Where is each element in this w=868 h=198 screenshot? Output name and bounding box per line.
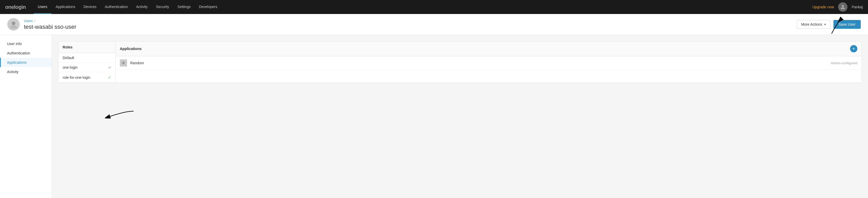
app-icon-random [120, 60, 127, 67]
breadcrumb-area: Users / test-wasabi sso-user [24, 18, 76, 30]
nav-settings[interactable]: Settings [173, 0, 195, 14]
svg-point-0 [842, 5, 844, 7]
svg-point-3 [123, 62, 124, 64]
svg-point-1 [12, 22, 16, 25]
sidebar-item-user-info[interactable]: User Info [0, 39, 52, 48]
panels-container: Roles Default one-login ⇄ role-for-one-l… [58, 41, 862, 83]
app-name-random: Random [130, 61, 828, 65]
role-name-role-for-one-login: role-for-one-login [63, 75, 108, 80]
applications-panel-header: Applications + [116, 41, 862, 56]
user-avatar-icon [840, 4, 846, 10]
upgrade-link[interactable]: Upgrade now [812, 5, 834, 9]
logo-text: onelogin [5, 4, 26, 10]
app-item-random: Random Admin-configured [116, 56, 862, 70]
random-app-icon [121, 61, 126, 65]
sidebar-item-authentication[interactable]: Authentication [0, 48, 52, 58]
app-config-random: Admin-configured [831, 61, 857, 65]
sidebar-item-applications[interactable]: Applications [0, 58, 52, 67]
role-item-one-login[interactable]: one-login ⇄ [59, 63, 115, 72]
page-title: test-wasabi sso-user [24, 24, 76, 30]
user-avatar-large [7, 18, 20, 31]
nav-applications[interactable]: Applications [52, 0, 80, 14]
top-navigation: onelogin Users Applications Devices Auth… [0, 0, 868, 14]
role-name-default: Default [63, 56, 111, 60]
sidebar: User Info Authentication Applications Ac… [0, 35, 52, 198]
roles-panel: Roles Default one-login ⇄ role-for-one-l… [59, 41, 116, 83]
page-header-left: Users / test-wasabi sso-user [7, 18, 76, 31]
more-actions-button[interactable]: More Actions [797, 20, 830, 29]
breadcrumb-users-link[interactable]: Users [24, 19, 33, 23]
username-label: Pankaj [851, 5, 863, 9]
content-area: Roles Default one-login ⇄ role-for-one-l… [52, 35, 868, 198]
sidebar-item-activity[interactable]: Activity [0, 67, 52, 76]
applications-panel: Applications + Random Admin-configured [116, 41, 862, 83]
breadcrumb-separator: / [34, 19, 35, 23]
user-icon [9, 20, 18, 29]
role-item-default[interactable]: Default [59, 53, 115, 63]
check-icon: ✓ [108, 75, 111, 80]
roles-panel-header: Roles [59, 41, 115, 53]
role-for-one-login-icons: ✓ [108, 75, 111, 80]
save-user-button[interactable]: Save User [833, 20, 861, 29]
transfer-icon: ⇄ [108, 65, 111, 70]
nav-devices[interactable]: Devices [79, 0, 100, 14]
nav-users[interactable]: Users [33, 0, 52, 14]
topnav-right-section: Upgrade now Pankaj [812, 2, 863, 12]
applications-panel-title: Applications [120, 47, 142, 51]
nav-security[interactable]: Security [152, 0, 173, 14]
nav-developers[interactable]: Developers [195, 0, 221, 14]
nav-links: Users Applications Devices Authenticatio… [33, 0, 812, 14]
breadcrumb: Users / [24, 18, 76, 23]
arrow-annotation-role [105, 109, 136, 122]
onelogin-logo[interactable]: onelogin [5, 4, 26, 10]
nav-activity[interactable]: Activity [132, 0, 152, 14]
page-header: Users / test-wasabi sso-user More Action… [0, 14, 868, 35]
nav-authentication[interactable]: Authentication [100, 0, 132, 14]
main-layout: User Info Authentication Applications Ac… [0, 35, 868, 198]
role-name-one-login: one-login [63, 65, 108, 70]
page-header-actions: More Actions Save User [797, 20, 861, 29]
role-item-role-for-one-login[interactable]: role-for-one-login ✓ [59, 72, 115, 83]
add-application-button[interactable]: + [850, 45, 857, 52]
avatar[interactable] [838, 2, 847, 12]
role-one-login-icons: ⇄ [108, 65, 111, 70]
